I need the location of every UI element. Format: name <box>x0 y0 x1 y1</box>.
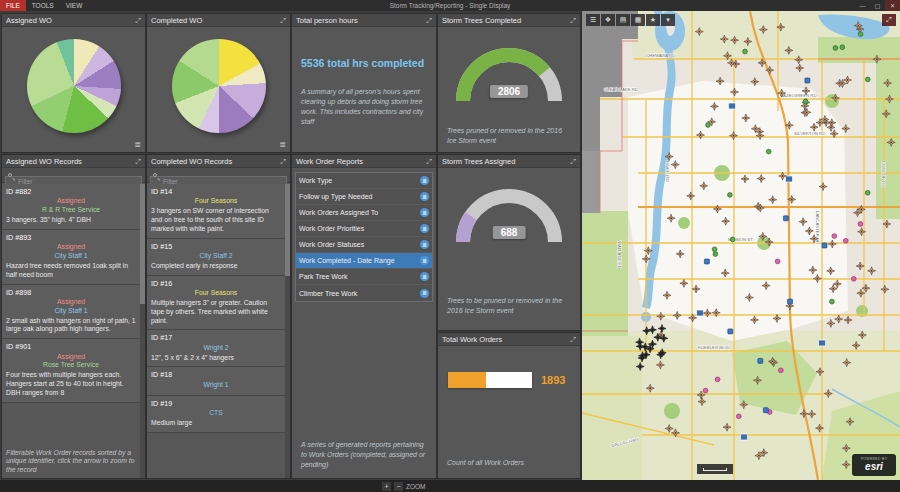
legend-toggle-icon[interactable]: ≣ <box>134 140 141 149</box>
report-icon[interactable]: ≣ <box>420 176 429 185</box>
panel-title: Completed WO <box>151 16 202 25</box>
svg-text:HAZELGREEN RD: HAZELGREEN RD <box>780 93 817 98</box>
panel-title: Total person hours <box>296 16 358 25</box>
maximize-icon[interactable]: ▢ <box>870 0 885 11</box>
report-item[interactable]: Work Completed - Date Range≣ <box>296 253 432 269</box>
record-card[interactable]: ID #19CTSMedium large <box>147 396 285 433</box>
record-status: Assigned <box>6 243 136 252</box>
record-description: Four trees with multiple hangers each. H… <box>6 371 136 397</box>
panel-total-person-hours: Total person hours ⤢ 5536 total hrs comp… <box>292 14 436 152</box>
expand-icon[interactable]: ⤢ <box>280 17 286 24</box>
completed-records-list: ID #14Four Seasons3 hangers on SW corner… <box>147 184 285 478</box>
report-item[interactable]: Work Type≣ <box>296 173 432 189</box>
filter-bar <box>147 168 290 183</box>
panel-title: Assigned WO Records <box>6 157 82 166</box>
record-id: ID #898 <box>6 288 136 297</box>
expand-icon[interactable]: ⤢ <box>426 17 432 24</box>
panel-title: Total Work Orders <box>442 335 502 344</box>
zoom-out-icon[interactable]: − <box>394 482 403 491</box>
report-item[interactable]: Work Order Priorities≣ <box>296 221 432 237</box>
report-icon[interactable]: ≣ <box>420 208 429 217</box>
zoom-in-icon[interactable]: + <box>382 482 391 491</box>
menu-file[interactable]: FILE <box>0 0 26 11</box>
record-card[interactable]: ID #18Wright 1 <box>147 367 285 395</box>
report-item[interactable]: Work Order Statuses≣ <box>296 237 432 253</box>
record-assignee: Four Seasons <box>151 289 281 298</box>
panel-assigned-wo: Assigned WO ⤢ ≣ <box>2 14 145 152</box>
record-status: Assigned <box>6 298 136 307</box>
window-controls: — ▢ ✕ <box>855 0 900 11</box>
legend-toggle-icon[interactable]: ≣ <box>279 140 286 149</box>
svg-text:WALLACE RD: WALLACE RD <box>617 241 622 269</box>
scrollbar[interactable] <box>285 184 290 478</box>
assigned-records-footnote: Filterable Work Order records sorted by … <box>6 449 137 475</box>
basemap-icon[interactable]: ▦ <box>631 14 645 26</box>
expand-icon[interactable]: ⤢ <box>280 158 286 165</box>
map[interactable]: CLEAR LAKE RDHAZELGREEN RDSILVERTON RDCH… <box>582 11 900 480</box>
expand-icon[interactable]: ⤢ <box>570 17 576 24</box>
report-item[interactable]: Climber Tree Work≣ <box>296 285 432 301</box>
report-icon[interactable]: ≣ <box>420 192 429 201</box>
completed-wo-pie-chart[interactable] <box>172 39 266 133</box>
window-title: Storm Tracking/Reporting - Single Displa… <box>390 2 511 9</box>
report-icon[interactable]: ≣ <box>420 272 429 281</box>
record-card[interactable]: ID #882AssignedR & R Tree Service3 hange… <box>2 184 140 230</box>
record-card[interactable]: ID #17Wright 212", 5 x 6" & 2 x 4" hange… <box>147 330 285 367</box>
search-icon <box>8 173 12 177</box>
scrollbar-thumb[interactable] <box>285 184 290 276</box>
map-canvas[interactable]: CLEAR LAKE RDHAZELGREEN RDSILVERTON RDCH… <box>582 11 900 480</box>
person-hours-headline: 5536 total hrs completed <box>301 57 427 69</box>
scrollbar[interactable] <box>140 184 145 478</box>
report-icon[interactable]: ≣ <box>420 289 429 298</box>
record-id: ID #901 <box>6 342 136 351</box>
minimize-icon[interactable]: — <box>855 0 870 11</box>
record-assignee: CTS <box>151 409 281 418</box>
menu-icon[interactable]: ☰ <box>586 14 600 26</box>
report-item[interactable]: Follow up Type Needed≣ <box>296 189 432 205</box>
expand-icon[interactable]: ⤢ <box>570 336 576 343</box>
record-card[interactable]: ID #15City Staff 2Completed early in res… <box>147 239 285 276</box>
close-icon[interactable]: ✕ <box>885 0 900 11</box>
menu-tools[interactable]: TOOLS <box>26 0 60 11</box>
record-description: Medium large <box>151 419 281 428</box>
report-item[interactable]: Work Orders Assigned To≣ <box>296 205 432 221</box>
chevron-down-icon[interactable]: ▾ <box>661 14 675 26</box>
record-card[interactable]: ID #14Four Seasons3 hangers on SW corner… <box>147 184 285 239</box>
record-card[interactable]: ID #898AssignedCity Staff 12 small ash w… <box>2 285 140 340</box>
record-description: Completed early in response <box>151 262 281 271</box>
report-item[interactable]: Park Tree Work≣ <box>296 269 432 285</box>
record-id: ID #16 <box>151 279 281 288</box>
record-card[interactable]: ID #16Four SeasonsMultiple hangers 3" or… <box>147 276 285 331</box>
record-card[interactable]: ID #893AssignedCity Staff 1Hazard tree n… <box>2 230 140 285</box>
report-label: Work Order Priorities <box>299 225 364 232</box>
assigned-wo-pie-chart[interactable] <box>27 39 121 133</box>
record-id: ID #17 <box>151 333 281 342</box>
legend-icon[interactable]: ▤ <box>616 14 630 26</box>
panel-completed-wo-records: Completed WO Records ⤢ ID #14Four Season… <box>147 155 290 478</box>
record-card[interactable]: ID #901AssignedRose Tree ServiceFour tre… <box>2 339 140 403</box>
expand-icon[interactable]: ⤢ <box>135 158 141 165</box>
record-id: ID #14 <box>151 187 281 196</box>
map-expand-icon[interactable]: ⤢ <box>882 14 896 26</box>
expand-icon[interactable]: ⤢ <box>570 158 576 165</box>
scrollbar-thumb[interactable] <box>140 184 145 304</box>
report-icon[interactable]: ≣ <box>420 224 429 233</box>
panel-assigned-wo-records: Assigned WO Records ⤢ ID #882AssignedR &… <box>2 155 145 478</box>
menu-view[interactable]: VIEW <box>60 0 89 11</box>
reports-description: A series of generated reports pertaining… <box>292 440 436 470</box>
bookmark-icon[interactable]: ★ <box>646 14 660 26</box>
record-id: ID #15 <box>151 242 281 251</box>
expand-icon[interactable]: ⤢ <box>426 158 432 165</box>
record-assignee: Four Seasons <box>151 197 281 206</box>
record-id: ID #893 <box>6 233 136 242</box>
total-wo-description: Count of all Work Orders <box>438 458 580 468</box>
trees-assigned-description: Trees to be pruned or removed in the 201… <box>438 296 580 316</box>
layers-icon[interactable]: ❖ <box>601 14 615 26</box>
trees-assigned-gauge: 688 <box>449 184 569 250</box>
report-icon[interactable]: ≣ <box>420 240 429 249</box>
expand-icon[interactable]: ⤢ <box>135 17 141 24</box>
svg-text:CLEAR LAKE RD: CLEAR LAKE RD <box>604 87 638 92</box>
report-label: Work Orders Assigned To <box>299 209 378 216</box>
svg-text:CHEMAWA RD: CHEMAWA RD <box>646 53 675 58</box>
report-icon[interactable]: ≣ <box>420 256 429 265</box>
